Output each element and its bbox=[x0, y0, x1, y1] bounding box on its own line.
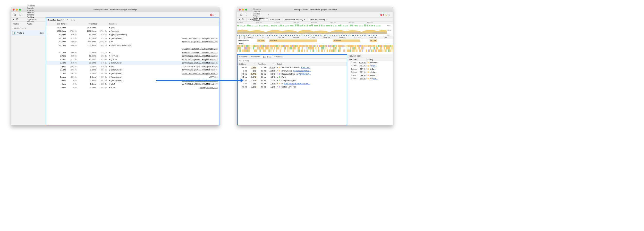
tab-elements[interactable]: Elements bbox=[25, 5, 38, 7]
profile-row[interactable]: 9626.7 ms9626.7 ms▶ (idle) bbox=[46, 26, 219, 29]
source-link[interactable]: rs=ACT90oGqRZGG…VKUlgM95Hw:679 bbox=[182, 72, 217, 75]
profile-row[interactable]: 0.1 ms0.01 %1.8 ms0.07 %▶ (anonymous)VM7… bbox=[46, 75, 219, 79]
tab-audits[interactable]: Audits bbox=[25, 23, 38, 25]
profile-row[interactable]: 0.1 ms0.01 %0.3 ms0.01 %▶ (anonymous)rs=… bbox=[46, 68, 219, 72]
minimize-icon[interactable] bbox=[242, 9, 244, 10]
tab-application[interactable]: Application bbox=[25, 18, 38, 20]
tab-summary[interactable]: Summary bbox=[238, 55, 249, 58]
source-link[interactable]: rs=ACT90oGqRZGG…wVKUlgM95Hw:90 bbox=[182, 65, 218, 68]
profile-row[interactable]: 0.5 ms0.02 %6.1 ms0.24 %▶ Ydars=ACT90oGq… bbox=[46, 65, 219, 68]
source-link[interactable]: rs=ACT90oGqR… bbox=[296, 73, 311, 75]
close-icon[interactable] bbox=[13, 9, 14, 10]
heaviest-row[interactable]: 1.2 ms100.0 %Animation bbox=[348, 61, 393, 64]
calltree-row[interactable]: 0.0 ms1.3 %0.0 ms1.3 %▶Update Layer Tree bbox=[238, 85, 347, 88]
close-icon[interactable] bbox=[239, 9, 241, 10]
source-link[interactable]: rs=ACT90oGqRZGG…KUlgM95Hw:1662 bbox=[182, 55, 218, 57]
source-link[interactable]: rs=ACT90oGqRZGG…KUlgM95Hw:1799 bbox=[182, 41, 218, 43]
col-function[interactable]: Function bbox=[108, 22, 219, 26]
tab-security[interactable]: Security bbox=[25, 20, 38, 23]
zoom-icon[interactable] bbox=[245, 9, 247, 10]
network-throttle-select[interactable]: No network throttling ▼ bbox=[285, 18, 305, 21]
calltree-row[interactable]: 0 ms0 %0.3 ms18.4 %▶(anonymous) rs=ACT90… bbox=[238, 69, 347, 72]
menu-icon[interactable]: ⋮ bbox=[215, 14, 217, 16]
heaviest-row[interactable]: 1.1 ms88.7 %iL.Ga … bbox=[348, 67, 393, 70]
source-link[interactable]: rs=ACT90oGqRZGG…wVKUlgM95Hw:88 bbox=[182, 48, 218, 50]
col-total[interactable]: Total Time bbox=[78, 22, 108, 26]
calltree-row[interactable]: 0.1 ms7.3 %1.2 ms64.7 %▶Animation Frame … bbox=[238, 66, 347, 69]
tab-elements[interactable]: Elements bbox=[251, 8, 266, 10]
profile-row[interactable]: 11.7 ms0.46 %506.9 ms19.82 %▶ Oda.b.port… bbox=[46, 44, 219, 47]
calltree-row[interactable]: 0.1 ms3.0 %0.1 ms3.0 %▶Paint bbox=[238, 76, 347, 79]
save-link[interactable]: Save bbox=[40, 32, 44, 34]
device-icon[interactable] bbox=[18, 12, 23, 17]
minimize-icon[interactable] bbox=[16, 9, 18, 10]
heaviest-row[interactable]: 0.3 ms21.5 %aKb /ma… bbox=[348, 77, 393, 80]
source-link[interactable]: rs=ACT90oGqRZGG…VKUlgM95Hw:126 bbox=[182, 37, 217, 39]
record-icon[interactable]: ● bbox=[239, 18, 240, 21]
flame-graph[interactable] bbox=[237, 45, 393, 54]
heaviest-row[interactable]: 1.1 ms88.7 %LJb.Aa … bbox=[348, 70, 393, 74]
heaviest-row[interactable]: 1.1 ms88.7 %c /maps… bbox=[348, 64, 393, 67]
profile-row[interactable]: 2.6 ms0.10 %38.1 ms1.49 %▶ (anonymous)rs… bbox=[46, 61, 219, 65]
profile-row[interactable]: rs=ACT90oGqRZGG…wVKUlgM95Hw:88 bbox=[46, 47, 219, 51]
tab-call-tree[interactable]: Call Tree bbox=[261, 55, 272, 58]
profile-row[interactable]: 10.1 ms0.40 %69.6 ms2.72 %▶ crs=ACT90oGq… bbox=[46, 51, 219, 54]
screenshots-checkbox[interactable]: Screenshots bbox=[266, 18, 280, 21]
clear-icon[interactable] bbox=[242, 18, 244, 21]
heaviest-row[interactable]: 0.6 ms52.6 %VJb.wa … bbox=[348, 74, 393, 77]
profile-row[interactable]: 19.1 ms0.75 %45.7 ms1.79 %▶ (anonymous)r… bbox=[46, 36, 219, 40]
source-link[interactable]: rs=ACT90… bbox=[301, 67, 310, 68]
source-link[interactable]: rs=ACT90oGqRZGG…KUlgM95Hw:2407 bbox=[182, 83, 218, 85]
clear-icon[interactable] bbox=[16, 18, 18, 21]
profile-row[interactable]: 58.4 ms2.29 %58.4 ms2.29 %▶ (garbage col… bbox=[46, 33, 219, 37]
grouping-select[interactable]: No Grouping bbox=[238, 59, 347, 62]
refresh-icon[interactable]: ↻ bbox=[74, 19, 75, 21]
tab-bottom-up[interactable]: Bottom-Up bbox=[249, 55, 261, 58]
tab-network[interactable]: Network bbox=[25, 11, 38, 14]
col-total[interactable]: Total Time bbox=[348, 58, 358, 61]
profile-item[interactable]: 📊 Profile 1 Save bbox=[11, 30, 46, 36]
zoom-icon[interactable] bbox=[19, 9, 21, 10]
calltree-row[interactable]: 0.0 ms2.0 %0.0 ms2.0 %▶Composite Layers bbox=[238, 79, 347, 82]
source-link[interactable]: rs=ACT90oGqRZGG…KUlgM95Hw:1483 bbox=[182, 58, 218, 61]
record-icon[interactable]: ● bbox=[13, 18, 14, 21]
eye-icon[interactable]: 👁 bbox=[66, 19, 68, 21]
profile-row[interactable]: 12.7 ms0.50 %561.0 ms21.94 %▶ Kars=ACT90… bbox=[46, 40, 219, 44]
view-select[interactable]: Tree (Top Down) ▼ bbox=[48, 19, 64, 21]
calltree-row[interactable]: 0 ms0 %0.0 ms1.9 %▶b rs=ACT90oGqRZGGxuWo… bbox=[238, 82, 347, 85]
profile-row[interactable]: 0 ms0 %0.8 ms0.03 %▶ yB.Trs=ACT90oGqRZGG… bbox=[46, 82, 219, 86]
profile-row[interactable]: 0 ms0 %0.1 ms0.01 %▶ sI.PEcb=gapi.loaded… bbox=[46, 86, 219, 89]
tab-performance[interactable]: Performance bbox=[251, 17, 266, 19]
col-activity[interactable]: Activity bbox=[367, 58, 393, 61]
close-x-icon[interactable]: ✕ bbox=[70, 19, 72, 21]
col-activity[interactable]: Activity bbox=[276, 62, 347, 66]
col-total[interactable]: Total Time ▼ bbox=[257, 62, 276, 66]
calltree-row[interactable]: 0.2 ms8.7 %0.2 ms8.7 %▶Recalculate Style… bbox=[238, 72, 347, 75]
tab-sources[interactable]: Sources bbox=[251, 13, 266, 15]
source-link[interactable]: rs=ACT90oGqRZGG… bbox=[293, 70, 311, 71]
tab-network[interactable]: Network bbox=[251, 15, 266, 17]
tab-event-log[interactable]: Event Log bbox=[272, 55, 284, 58]
source-link[interactable]: cb=gapi.loaded_0:44 bbox=[200, 86, 217, 89]
main-row[interactable]: ▼ Main bbox=[237, 42, 393, 45]
tab-sources[interactable]: Sources bbox=[25, 9, 38, 12]
inspect-icon[interactable] bbox=[12, 12, 18, 17]
source-link[interactable]: VM77:139 bbox=[209, 76, 218, 78]
tab-timeline[interactable]: Timeline bbox=[25, 14, 38, 16]
source-link[interactable]: rs=ACT90oGqRZGG…KUlgM95Hw:1929 bbox=[182, 51, 218, 53]
profile-row[interactable]: 0.1 ms0.01 %0.1 ms0.01 %▶ (anonymous)rs=… bbox=[46, 72, 219, 75]
tab-console[interactable]: Console bbox=[251, 10, 266, 13]
profile-row[interactable]: 3.3 ms0.13 %14.1 ms0.55 %▶ _.as.Iars=ACT… bbox=[46, 58, 219, 61]
device-icon[interactable] bbox=[244, 12, 249, 17]
menu-icon[interactable]: ⋮ bbox=[388, 14, 390, 16]
error-badge[interactable]: ✕1 bbox=[210, 14, 214, 16]
inspect-icon[interactable] bbox=[239, 12, 244, 17]
tab-console[interactable]: Console bbox=[25, 7, 38, 9]
source-link[interactable]: rs=ACT90oGqRZGGxuWo-z8B… bbox=[284, 83, 310, 84]
cpu-throttle-select[interactable]: No CPU throttling ▼ bbox=[310, 18, 328, 21]
more-tabs-icon[interactable]: » bbox=[266, 12, 271, 17]
source-link[interactable]: rs=ACT90oGqRZGG…KUlgM95Hw:1176 bbox=[182, 69, 218, 71]
tab-memory[interactable]: Memory bbox=[251, 19, 266, 22]
col-self[interactable]: Self Time▼ bbox=[46, 22, 78, 26]
profile-row[interactable]: 1202.9 ms47.04 %1202.9 ms47.04 %▶ (progr… bbox=[46, 29, 219, 33]
